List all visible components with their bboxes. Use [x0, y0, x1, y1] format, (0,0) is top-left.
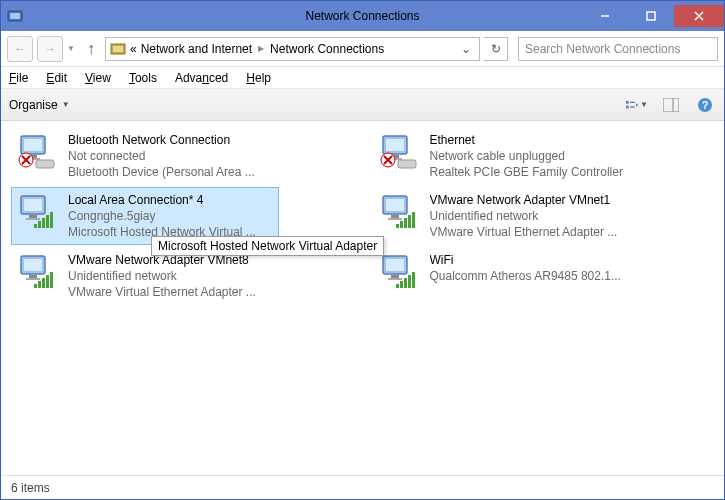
- menu-help[interactable]: Help: [246, 71, 271, 85]
- connection-item[interactable]: EthernetNetwork cable unpluggedRealtek P…: [373, 127, 641, 185]
- breadcrumb-network-connections[interactable]: Network Connections: [270, 42, 384, 56]
- svg-rect-60: [386, 259, 404, 271]
- address-bar[interactable]: « Network and Internet ▶ Network Connect…: [105, 37, 480, 61]
- system-menu-icon[interactable]: [1, 1, 29, 31]
- svg-rect-37: [38, 221, 41, 228]
- connections-grid: Bluetooth Network ConnectionNot connecte…: [11, 127, 714, 305]
- folder-icon: [110, 41, 126, 57]
- svg-rect-47: [404, 218, 407, 228]
- connection-status: Unidentified network: [430, 208, 618, 224]
- tooltip: Microsoft Hosted Network Virtual Adapter: [151, 236, 384, 256]
- title-bar[interactable]: Network Connections: [1, 1, 724, 31]
- svg-rect-65: [404, 278, 407, 288]
- svg-rect-12: [663, 98, 679, 112]
- connection-item[interactable]: Bluetooth Network ConnectionNot connecte…: [11, 127, 279, 185]
- svg-rect-17: [24, 139, 42, 151]
- connection-item[interactable]: WiFiQualcomm Atheros AR9485 802.1...: [373, 247, 641, 305]
- chevron-right-icon: ▶: [258, 44, 264, 53]
- search-input[interactable]: Search Network Connections: [518, 37, 718, 61]
- connection-name: WiFi: [430, 252, 621, 268]
- svg-rect-34: [29, 215, 37, 218]
- network-adapter-icon: [18, 192, 58, 232]
- svg-rect-49: [412, 212, 415, 228]
- svg-rect-53: [26, 278, 40, 280]
- breadcrumb-root[interactable]: «: [130, 42, 137, 56]
- svg-rect-57: [46, 275, 49, 288]
- menu-advanced[interactable]: Advanced: [175, 71, 228, 85]
- connection-name: Local Area Connection* 4: [68, 192, 256, 208]
- svg-rect-66: [408, 275, 411, 288]
- back-button[interactable]: ←: [7, 36, 33, 62]
- svg-rect-3: [647, 12, 655, 20]
- window-title: Network Connections: [305, 9, 419, 23]
- help-button[interactable]: ?: [694, 94, 716, 116]
- connection-device: VMware Virtual Ethernet Adapter ...: [430, 224, 618, 240]
- minimize-button[interactable]: [582, 5, 628, 27]
- svg-rect-45: [396, 224, 399, 228]
- menu-view[interactable]: View: [85, 71, 111, 85]
- svg-rect-52: [29, 275, 37, 278]
- chevron-down-icon: ▼: [62, 100, 70, 109]
- svg-text:?: ?: [702, 99, 709, 111]
- close-button[interactable]: [674, 5, 724, 27]
- up-button[interactable]: ↑: [81, 39, 101, 59]
- svg-rect-25: [386, 139, 404, 151]
- network-adapter-icon: [380, 132, 420, 172]
- connection-item[interactable]: VMware Network Adapter VMnet1Unidentifie…: [373, 187, 641, 245]
- svg-rect-54: [34, 284, 37, 288]
- view-options-button[interactable]: ▼: [626, 94, 648, 116]
- connection-status: Congnghe.5giay: [68, 208, 256, 224]
- connection-name: VMware Network Adapter VMnet1: [430, 192, 618, 208]
- organise-button[interactable]: Organise ▼: [9, 98, 70, 112]
- svg-rect-51: [24, 259, 42, 271]
- svg-rect-9: [626, 105, 629, 108]
- item-count: 6 items: [11, 481, 50, 495]
- svg-rect-56: [42, 278, 45, 288]
- network-adapter-icon: [18, 252, 58, 292]
- connection-name: Ethernet: [430, 132, 623, 148]
- connection-status: Network cable unplugged: [430, 148, 623, 164]
- history-dropdown-icon[interactable]: ▼: [67, 44, 77, 53]
- menu-file[interactable]: File: [9, 71, 28, 85]
- svg-rect-40: [50, 212, 53, 228]
- connection-device: VMware Virtual Ethernet Adapter ...: [68, 284, 256, 300]
- svg-rect-31: [398, 160, 416, 168]
- connection-text: Local Area Connection* 4Congnghe.5giayMi…: [68, 192, 256, 240]
- svg-rect-46: [400, 221, 403, 228]
- svg-rect-44: [388, 218, 402, 220]
- svg-rect-35: [26, 218, 40, 220]
- network-connections-window: Network Connections ← → ▼ ↑ « Network an…: [0, 0, 725, 500]
- svg-rect-38: [42, 218, 45, 228]
- svg-rect-23: [36, 160, 54, 168]
- svg-rect-63: [396, 284, 399, 288]
- svg-rect-64: [400, 281, 403, 288]
- navigation-bar: ← → ▼ ↑ « Network and Internet ▶ Network…: [1, 31, 724, 67]
- address-dropdown-icon[interactable]: ⌄: [457, 42, 475, 56]
- connection-text: EthernetNetwork cable unpluggedRealtek P…: [430, 132, 623, 180]
- menu-tools[interactable]: Tools: [129, 71, 157, 85]
- maximize-button[interactable]: [628, 5, 674, 27]
- network-adapter-icon: [380, 252, 420, 292]
- svg-rect-43: [391, 215, 399, 218]
- breadcrumb-network-internet[interactable]: Network and Internet: [141, 42, 252, 56]
- search-placeholder: Search Network Connections: [525, 42, 680, 56]
- organise-label: Organise: [9, 98, 58, 112]
- svg-rect-7: [113, 46, 123, 52]
- connection-text: WiFiQualcomm Atheros AR9485 802.1...: [430, 252, 621, 284]
- svg-rect-42: [386, 199, 404, 211]
- refresh-button[interactable]: ↻: [484, 37, 508, 61]
- connection-text: VMware Network Adapter VMnet8Unidentifie…: [68, 252, 256, 300]
- svg-rect-1: [10, 13, 20, 19]
- svg-rect-67: [412, 272, 415, 288]
- svg-rect-36: [34, 224, 37, 228]
- status-bar: 6 items: [1, 475, 724, 499]
- svg-rect-62: [388, 278, 402, 280]
- preview-pane-button[interactable]: [660, 94, 682, 116]
- menu-edit[interactable]: Edit: [46, 71, 67, 85]
- content-area: Bluetooth Network ConnectionNot connecte…: [1, 121, 724, 475]
- connection-device: Realtek PCIe GBE Family Controller: [430, 164, 623, 180]
- forward-button[interactable]: →: [37, 36, 63, 62]
- connection-device: Qualcomm Atheros AR9485 802.1...: [430, 268, 621, 284]
- command-bar: Organise ▼ ▼ ?: [1, 89, 724, 121]
- connection-name: Bluetooth Network Connection: [68, 132, 255, 148]
